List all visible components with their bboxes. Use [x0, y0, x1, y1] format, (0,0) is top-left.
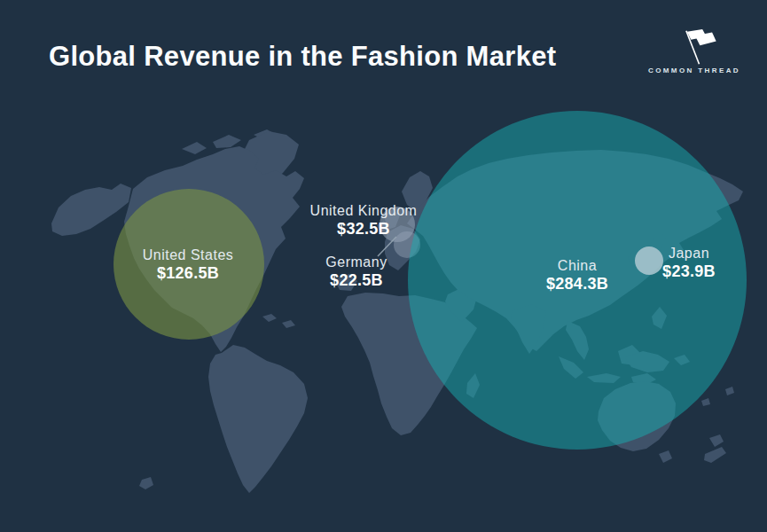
- country-name: China: [546, 257, 608, 275]
- logo-text: COMMON THREAD: [646, 66, 742, 74]
- country-name: Germany: [325, 254, 387, 271]
- revenue-value: $284.3B: [546, 275, 608, 293]
- revenue-value: $22.5B: [325, 271, 387, 289]
- revenue-value: $126.5B: [143, 264, 234, 282]
- country-name: United States: [143, 246, 234, 264]
- country-name: United Kingdom: [310, 202, 418, 220]
- infographic-canvas: United States $126.5B United Kingdom $32…: [0, 0, 767, 532]
- page-title: Global Revenue in the Fashion Market: [49, 41, 556, 73]
- label-germany: Germany $22.5B: [325, 254, 387, 289]
- label-united-kingdom: United Kingdom $32.5B: [310, 202, 418, 238]
- label-united-states: United States $126.5B: [143, 246, 234, 282]
- revenue-value: $23.9B: [662, 262, 716, 280]
- label-japan: Japan $23.9B: [662, 245, 716, 280]
- label-china: China $284.3B: [546, 257, 608, 293]
- brand-logo: COMMON THREAD: [646, 28, 742, 74]
- country-name: Japan: [662, 245, 716, 262]
- flag-icon: [669, 28, 720, 66]
- revenue-value: $32.5B: [310, 220, 418, 238]
